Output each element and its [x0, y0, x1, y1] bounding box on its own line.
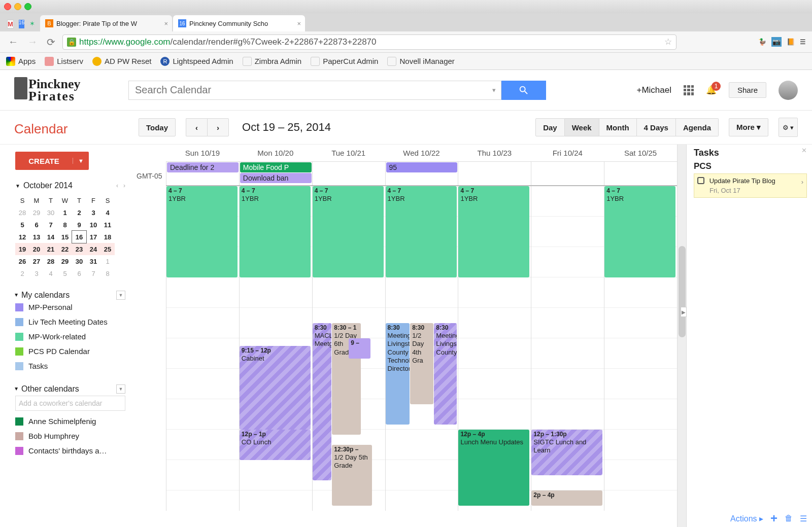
- delete-task-icon[interactable]: 🗑: [785, 514, 793, 523]
- day-header[interactable]: Wed 10/22: [385, 145, 458, 161]
- day-header[interactable]: Sun 10/19: [166, 145, 239, 161]
- more-button[interactable]: More ▾: [729, 118, 768, 136]
- day-header[interactable]: Tue 10/21: [312, 145, 385, 161]
- chrome-menu-icon[interactable]: ☰: [800, 38, 806, 46]
- calendar-item[interactable]: MP-Personal: [15, 300, 125, 314]
- view-week[interactable]: Week: [565, 118, 599, 136]
- calendar-event[interactable]: 8:30Meeting: Livingston County: [434, 323, 456, 425]
- task-list-name[interactable]: PCS: [694, 161, 807, 171]
- calendar-event[interactable]: 4 – 71YBR: [166, 186, 238, 277]
- allday-event[interactable]: Download ban: [240, 173, 312, 183]
- calendar-item[interactable]: PCS PD Calendar: [15, 344, 125, 359]
- other-calendars-header[interactable]: Other calendars▼: [15, 384, 125, 394]
- joomla-icon[interactable]: ✶: [29, 20, 35, 28]
- search-input[interactable]: [129, 84, 487, 96]
- scrollbar[interactable]: [677, 145, 686, 527]
- site-logo[interactable]: Pinckney Pirates: [14, 78, 128, 102]
- browser-tab[interactable]: 16 Pinckney Community Scho ×: [173, 15, 305, 31]
- chevron-down-icon[interactable]: ▾: [487, 86, 501, 94]
- day-header[interactable]: Thu 10/23: [458, 145, 531, 161]
- calendar-item[interactable]: Tasks: [15, 359, 125, 373]
- next-button[interactable]: ›: [207, 118, 229, 136]
- reload-button[interactable]: ⟳: [45, 35, 57, 49]
- window-zoom[interactable]: [24, 3, 31, 10]
- add-task-icon[interactable]: +: [770, 511, 777, 525]
- search-button[interactable]: [501, 81, 546, 100]
- calendar-event[interactable]: 12:30p –1/2 Day 5th Grade: [332, 445, 372, 506]
- day-column[interactable]: 4 – 71YBR9:15 – 12pCabinet12p – 1pCO Lun…: [239, 186, 312, 511]
- notifications-icon[interactable]: 🔔1: [706, 85, 717, 95]
- mini-next[interactable]: ›: [123, 182, 125, 189]
- calendar-event[interactable]: 2p – 4p: [531, 490, 602, 506]
- close-icon[interactable]: ×: [297, 20, 301, 27]
- checkbox[interactable]: [697, 177, 704, 184]
- calendar-event[interactable]: 4 – 71YBR: [240, 186, 311, 277]
- bookmark-item[interactable]: PaperCut Admin: [311, 57, 378, 66]
- day-column[interactable]: 12p – 1:30pSIGTC Lunch and Learn2p – 4p: [531, 186, 604, 511]
- view-day[interactable]: Day: [535, 118, 565, 136]
- calendar-item[interactable]: Liv Tech Meeting Dates: [15, 314, 125, 329]
- extension-icon[interactable]: 📙: [787, 38, 795, 46]
- day-header[interactable]: Sat 10/25: [604, 145, 677, 161]
- gcal-icon[interactable]: 16: [19, 20, 24, 28]
- tasks-actions[interactable]: Actions ▸: [730, 514, 763, 523]
- calendar-event[interactable]: 4 – 71YBR: [386, 186, 457, 277]
- calendar-item[interactable]: Contacts' birthdays a…: [15, 443, 125, 458]
- scrollbar-thumb[interactable]: [679, 246, 686, 337]
- calendar-item[interactable]: Anne Schimelpfenig: [15, 414, 125, 429]
- bookmark-item[interactable]: Zimbra Admin: [243, 57, 302, 66]
- mini-calendar[interactable]: SMTWTFS 2829301234 567891011 12131415161…: [15, 194, 115, 279]
- calendar-event[interactable]: 4 – 71YBR: [313, 186, 384, 277]
- chevron-down-icon[interactable]: ▼: [15, 183, 20, 189]
- close-icon[interactable]: ✕: [801, 147, 807, 154]
- window-minimize[interactable]: [14, 3, 21, 10]
- calendar-event[interactable]: 8:30MACL Meetg: [313, 323, 331, 480]
- tasks-collapse-icon[interactable]: ▶: [681, 307, 687, 317]
- task-list-icon[interactable]: ☰: [800, 514, 807, 523]
- options-icon[interactable]: ▼: [116, 291, 125, 300]
- calendar-event[interactable]: 12p – 1pCO Lunch: [240, 430, 311, 460]
- calendar-event[interactable]: 8:30Meeting: Livingston County Technolog…: [386, 323, 410, 425]
- view-month[interactable]: Month: [599, 118, 637, 136]
- allday-event[interactable]: Deadline for 2: [167, 162, 239, 172]
- back-button[interactable]: ←: [6, 35, 20, 49]
- day-column[interactable]: 4 – 71YBR: [604, 186, 677, 511]
- day-column[interactable]: 4 – 71YBR12p – 4pLunch Menu Updates: [458, 186, 531, 511]
- my-calendars-header[interactable]: My calendars▼: [15, 291, 125, 300]
- day-header[interactable]: Mon 10/20: [239, 145, 312, 161]
- avatar[interactable]: [779, 81, 798, 100]
- day-column[interactable]: 4 – 71YBR8:30Meeting: Livingston County …: [385, 186, 458, 511]
- user-link[interactable]: +Michael: [636, 85, 671, 95]
- day-header[interactable]: Fri 10/24: [531, 145, 604, 161]
- share-button[interactable]: Share: [729, 82, 766, 98]
- today-button[interactable]: Today: [139, 118, 176, 136]
- day-column[interactable]: 4 – 71YBR: [166, 186, 239, 511]
- create-button[interactable]: CREATE ▼: [15, 152, 89, 170]
- add-coworker-input[interactable]: Add a coworker's calendar: [15, 396, 125, 411]
- calendar-event[interactable]: 9 –: [349, 338, 370, 359]
- apps-grid-icon[interactable]: [684, 85, 694, 95]
- browser-tab[interactable]: B Blogger: Pirate Tip of the W ×: [40, 15, 172, 31]
- bookmark-item[interactable]: AD PW Reset: [92, 57, 152, 66]
- gmail-icon[interactable]: M: [7, 20, 14, 28]
- close-icon[interactable]: ×: [164, 20, 168, 27]
- mini-prev[interactable]: ‹: [116, 182, 118, 189]
- calendar-event[interactable]: 4 – 71YBR: [604, 186, 675, 277]
- calendar-item[interactable]: Bob Humphrey: [15, 429, 125, 443]
- chevron-right-icon[interactable]: ›: [801, 178, 803, 186]
- prev-button[interactable]: ‹: [186, 118, 207, 136]
- calendar-item[interactable]: MP-Work-related: [15, 329, 125, 344]
- bookmark-item[interactable]: Novell iManager: [387, 57, 454, 66]
- options-icon[interactable]: ▼: [116, 384, 125, 394]
- calendar-event[interactable]: 8:301/2 Day 4th Gra: [410, 323, 433, 404]
- calendar-event[interactable]: 4 – 71YBR: [458, 186, 529, 277]
- bookmark-item[interactable]: Listserv: [45, 57, 83, 66]
- calendar-event[interactable]: 12p – 1:30pSIGTC Lunch and Learn: [531, 430, 602, 475]
- calendar-event[interactable]: 12p – 4pLunch Menu Updates: [458, 430, 529, 506]
- view-4days[interactable]: 4 Days: [637, 118, 676, 136]
- hour-grid[interactable]: 4am5am6am7am8am9am10am11am12pm1pm2pm 4 –…: [166, 186, 677, 511]
- bookmark-item[interactable]: RLightspeed Admin: [160, 57, 233, 66]
- window-close[interactable]: [4, 3, 11, 10]
- gear-icon[interactable]: ⚙ ▾: [779, 118, 798, 137]
- day-column[interactable]: 4 – 71YBR8:30MACL Meetg8:30 – 11/2 Day 6…: [312, 186, 385, 511]
